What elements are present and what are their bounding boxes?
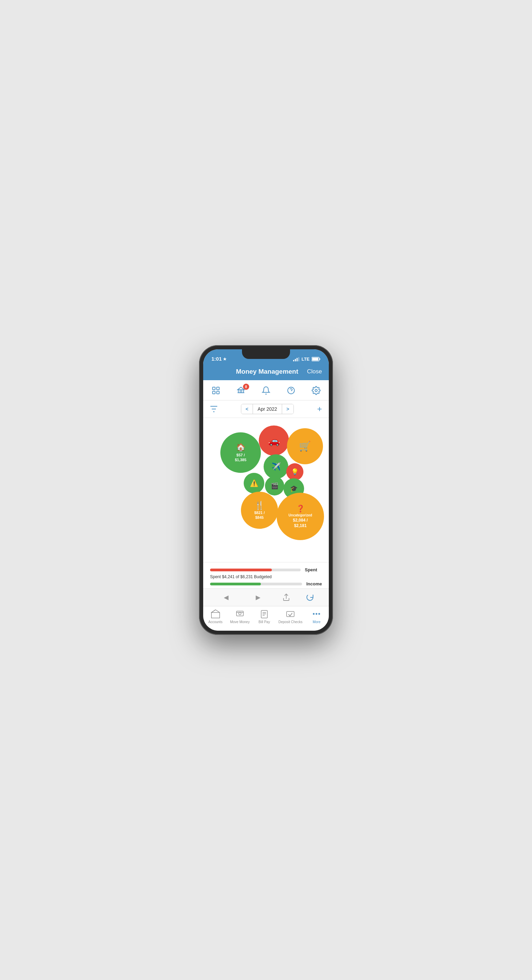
uncategorized-amount: $2,084 /$2,181 bbox=[293, 518, 307, 528]
help-button[interactable] bbox=[284, 384, 298, 397]
toolbar: 8 bbox=[203, 380, 329, 401]
income-bar-container bbox=[210, 583, 302, 585]
svg-point-12 bbox=[315, 390, 317, 392]
help-icon bbox=[287, 386, 296, 395]
income-row: Income bbox=[210, 581, 322, 586]
svg-rect-14 bbox=[236, 611, 243, 616]
filter-icon bbox=[210, 406, 218, 412]
app-title: Money Management bbox=[227, 368, 307, 375]
date-navigation: < Apr 2022 > + bbox=[203, 401, 329, 418]
signal-icon bbox=[293, 357, 299, 361]
nav-arrows-bar: ◀ ▶ bbox=[203, 589, 329, 606]
accounts-label: Accounts bbox=[208, 620, 222, 624]
tab-bill-pay[interactable]: Bill Pay bbox=[254, 609, 275, 624]
current-month-label: Apr 2022 bbox=[253, 404, 282, 414]
housing-bubble[interactable]: 🏠 $57 /$1,385 bbox=[220, 432, 261, 473]
svg-rect-0 bbox=[293, 360, 294, 361]
spent-bar-fill bbox=[210, 569, 272, 571]
entertainment-bubble[interactable]: 🎬 bbox=[265, 476, 284, 495]
auto-bubble[interactable]: 🚗 bbox=[259, 425, 289, 456]
food-icon: 🍴 bbox=[254, 501, 264, 510]
next-button[interactable]: ▶ bbox=[250, 592, 266, 603]
alert-bubble[interactable]: ⚠️ bbox=[244, 473, 264, 493]
refresh-button[interactable] bbox=[306, 593, 314, 601]
svg-rect-5 bbox=[320, 358, 320, 360]
bill-pay-icon bbox=[260, 609, 269, 619]
svg-marker-13 bbox=[212, 610, 220, 618]
add-budget-button[interactable]: + bbox=[317, 404, 322, 414]
svg-rect-8 bbox=[217, 387, 219, 390]
grid-icon bbox=[212, 386, 220, 395]
grid-button[interactable] bbox=[209, 384, 223, 397]
housing-icon: 🏠 bbox=[236, 443, 245, 452]
svg-rect-10 bbox=[217, 391, 219, 394]
spent-text: Spent $4,241 of $6,231 Budgeted bbox=[210, 574, 322, 579]
tab-accounts[interactable]: Accounts bbox=[205, 609, 226, 624]
deposit-checks-icon bbox=[285, 609, 295, 619]
budget-summary: Spent Spent $4,241 of $6,231 Budgeted In… bbox=[203, 562, 329, 589]
next-month-button[interactable]: > bbox=[282, 404, 293, 414]
notch bbox=[242, 349, 290, 359]
close-button[interactable]: Close bbox=[307, 368, 322, 375]
entertainment-icon: 🎬 bbox=[271, 482, 278, 490]
more-label: More bbox=[313, 620, 320, 624]
svg-rect-9 bbox=[212, 391, 215, 394]
phone-frame: 1:01 LTE bbox=[199, 345, 333, 635]
tab-bar: Accounts Move Money Bill Pay bbox=[203, 606, 329, 631]
bank-button[interactable]: 8 bbox=[234, 384, 248, 397]
prev-button[interactable]: ◀ bbox=[218, 592, 234, 603]
main-content: 🏠 $57 /$1,385 🚗 🛒 ✈️ 💡 bbox=[203, 418, 329, 589]
status-right: LTE bbox=[293, 356, 320, 362]
travel-bubble[interactable]: ✈️ bbox=[264, 454, 288, 479]
income-label: Income bbox=[306, 581, 322, 586]
date-picker: < Apr 2022 > bbox=[241, 404, 293, 414]
svg-rect-2 bbox=[296, 358, 298, 361]
deposit-checks-label: Deposit Checks bbox=[278, 620, 303, 624]
svg-rect-17 bbox=[261, 611, 268, 618]
bubble-chart: 🏠 $57 /$1,385 🚗 🛒 ✈️ 💡 bbox=[203, 418, 329, 562]
spent-row: Spent bbox=[210, 567, 322, 572]
svg-rect-6 bbox=[312, 358, 319, 361]
battery-icon bbox=[312, 357, 320, 361]
location-icon bbox=[223, 357, 226, 361]
tab-deposit-checks[interactable]: Deposit Checks bbox=[278, 609, 303, 624]
status-bar: 1:01 LTE bbox=[203, 349, 329, 364]
move-money-label: Move Money bbox=[230, 620, 250, 624]
uncategorized-bubble[interactable]: ❓ Uncategorized $2,084 /$2,181 bbox=[277, 493, 324, 540]
status-time: 1:01 bbox=[212, 356, 226, 362]
food-bubble[interactable]: 🍴 $821 /$845 bbox=[241, 492, 278, 529]
svg-rect-1 bbox=[295, 359, 296, 361]
bell-button[interactable] bbox=[259, 384, 273, 397]
utilities-bubble[interactable]: 💡 bbox=[286, 463, 303, 480]
share-button[interactable] bbox=[282, 593, 290, 601]
move-money-icon bbox=[235, 609, 245, 619]
education-icon: 🎓 bbox=[290, 485, 298, 492]
food-amount: $821 /$845 bbox=[254, 510, 265, 520]
prev-month-button[interactable]: < bbox=[241, 404, 252, 414]
svg-point-11 bbox=[288, 387, 295, 394]
refresh-icon bbox=[306, 593, 314, 601]
spent-label: Spent bbox=[305, 567, 322, 572]
settings-button[interactable] bbox=[309, 384, 323, 397]
shopping-bubble[interactable]: 🛒 bbox=[287, 428, 323, 464]
tab-move-money[interactable]: Move Money bbox=[229, 609, 250, 624]
bill-pay-label: Bill Pay bbox=[258, 620, 270, 624]
utilities-icon: 💡 bbox=[291, 468, 299, 476]
svg-rect-7 bbox=[212, 387, 215, 390]
app-header: Money Management Close bbox=[203, 364, 329, 380]
filter-button[interactable] bbox=[210, 406, 218, 412]
housing-amount: $57 /$1,385 bbox=[235, 453, 247, 463]
travel-icon: ✈️ bbox=[271, 462, 281, 471]
auto-icon: 🚗 bbox=[268, 435, 280, 446]
settings-icon bbox=[312, 386, 320, 395]
tab-more[interactable]: More bbox=[306, 609, 327, 624]
svg-point-22 bbox=[313, 613, 315, 615]
uncategorized-icon: ❓ bbox=[296, 504, 305, 513]
income-bar-fill bbox=[210, 583, 261, 585]
uncategorized-label: Uncategorized bbox=[289, 513, 312, 517]
alert-icon: ⚠️ bbox=[250, 479, 258, 487]
share-icon bbox=[282, 593, 290, 601]
more-icon bbox=[312, 609, 321, 619]
svg-rect-3 bbox=[298, 357, 299, 361]
accounts-icon bbox=[211, 609, 220, 619]
